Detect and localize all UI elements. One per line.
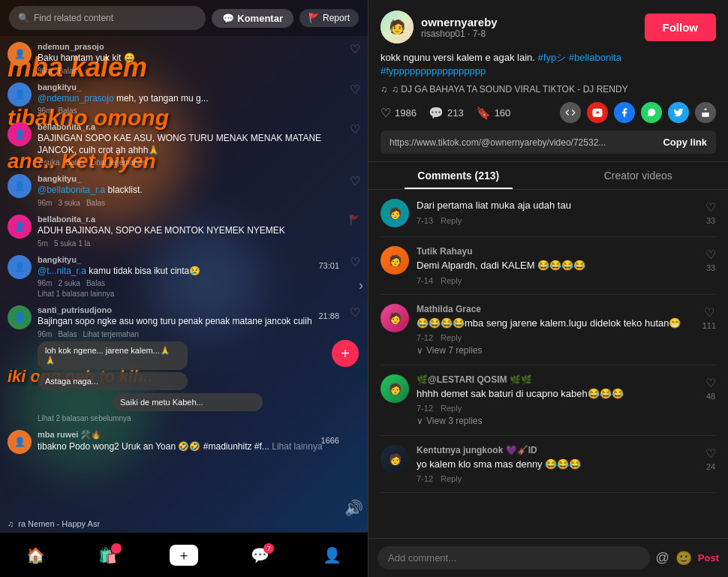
code-share-button[interactable]	[560, 102, 581, 123]
like-icon[interactable]: ♡	[350, 174, 360, 188]
comment-body: Dari pertama liat muka aja udah tau 7-13…	[417, 199, 716, 227]
timestamp: 1666	[321, 436, 339, 445]
link-row: https://www.tiktok.com/@ownernyareby/vid…	[381, 131, 716, 154]
comment-username: ndemun_prasojo	[38, 42, 347, 51]
heart-icon: ♡	[705, 200, 716, 215]
user-details: ownernyareby risashop01 · 7-8	[421, 16, 498, 39]
view-replies[interactable]: ∨View 3 replies	[417, 416, 716, 426]
like-area[interactable]: ♡ 48	[705, 376, 716, 401]
avatar: 👤	[8, 305, 32, 329]
whatsapp-share-button[interactable]	[641, 102, 662, 123]
comment-text: BAJINGAN SOPO KAE ASU, WONG TURU MENAK M…	[38, 133, 347, 156]
comment-username: bellabonita_r.a	[38, 122, 347, 131]
comment-text: yo kalem klo sma mas denny 😂😂😂	[417, 458, 716, 471]
comment-text: hhhh demet sak baturi di ucapno kabeh😂😂😂	[417, 387, 716, 401]
right-comment: 🧑 Dari pertama liat muka aja udah tau 7-…	[381, 190, 716, 237]
comments-overlay[interactable]: 👤 ndemun_prasojo Baku hamtam yuk kit 😄 9…	[0, 36, 368, 532]
avatar: 👤	[8, 174, 32, 198]
scroll-arrow[interactable]: ›	[359, 278, 363, 293]
like-icon[interactable]: ♡	[350, 255, 360, 269]
follow-button[interactable]: Follow	[645, 14, 717, 41]
view-replies[interactable]: Lihat 1 balasan lainnya	[38, 290, 347, 298]
like-count: 48	[706, 392, 715, 401]
top-bar: 🔍 Find related content 💬 Komentar 🚩 Repo…	[0, 0, 368, 36]
likes-stat[interactable]: ♡ 1986	[381, 106, 417, 120]
user-sub: risashop01 · 7-8	[421, 29, 498, 39]
comments-count: 213	[447, 107, 464, 119]
comment-meta: 96mBalasLihat terjemahan	[38, 330, 347, 338]
speaker-icon[interactable]: 🔊	[344, 499, 363, 517]
komentar-button[interactable]: 💬 Komentar	[212, 9, 293, 28]
comment-text: tibakno Podo wong2 Uruk an Yoan 🤣🤣 #madi…	[38, 441, 360, 453]
comment-username: bangkityu_	[38, 83, 347, 92]
nav-profile[interactable]: 👤	[323, 546, 341, 564]
share-icons	[560, 102, 716, 123]
facebook-share-button[interactable]	[614, 102, 635, 123]
bottom-nav: 🏠 🛍️ ＋ 💬 7 👤	[0, 532, 368, 577]
comment-text: Bajingan sopo ngke asu wong turu penak p…	[38, 316, 347, 328]
avatar: 🧑	[381, 445, 409, 473]
nav-home[interactable]: 🏠	[26, 546, 45, 564]
twitter-share-button[interactable]	[668, 102, 689, 123]
comment-body: bangkityu_ @t...nita_r.a kamu tidak bisa…	[38, 255, 347, 299]
comments-stat[interactable]: 💬 213	[429, 106, 464, 120]
comment-body: ndemun_prasojo Baku hamtam yuk kit 😄 96m…	[38, 42, 347, 75]
comment-input[interactable]	[378, 546, 650, 569]
comments-list[interactable]: 🧑 Dari pertama liat muka aja udah tau 7-…	[369, 190, 728, 538]
nav-shop[interactable]: 🛍️	[98, 546, 117, 564]
see-more[interactable]: Lihat lainnya	[272, 441, 322, 452]
like-count: 24	[706, 462, 715, 471]
comment-item: 👤 bangkityu_ @ndemun_prasojo meh, yo tan…	[8, 83, 360, 116]
avatar: 👤	[8, 215, 32, 239]
username: ownernyareby	[421, 16, 498, 29]
comment-item: 👤 santi_putrisudjono Bajingan sopo ngke …	[8, 305, 360, 422]
report-button[interactable]: 🚩 Report	[299, 9, 359, 27]
like-area[interactable]: ♡ 24	[705, 446, 716, 471]
right-comment: 🧑 Tutik Rahayu Demi Alpardh, dadi KALEM …	[381, 237, 716, 294]
comment-meta: 96m3 sukaBalas	[38, 199, 347, 207]
link-text: https://www.tiktok.com/@ownernyareby/vid…	[390, 137, 655, 148]
view-replies[interactable]: Lihat 2 balasan sebelumnya	[38, 414, 131, 422]
emoji-icon[interactable]: 🙂	[675, 550, 692, 566]
comment-username: bangkityu_	[38, 174, 347, 183]
tab-creator-videos[interactable]: Creator videos	[549, 162, 729, 189]
like-area[interactable]: ♡ 111	[702, 305, 716, 330]
right-comment: 🧑 🌿@LESTARI QOSIM 🌿🌿 hhhh demet sak batu…	[381, 365, 716, 436]
add-button[interactable]: +	[332, 340, 359, 367]
comment-item: 👤 ndemun_prasojo Baku hamtam yuk kit 😄 9…	[8, 42, 360, 75]
search-bar[interactable]: 🔍 Find related content	[9, 6, 206, 30]
comment-username: santi_putrisudjono	[38, 305, 347, 314]
flag-icon[interactable]: 🚩	[349, 215, 360, 225]
like-icon[interactable]: ♡	[350, 122, 360, 137]
comment-text: Baku hamtam yuk kit 😄	[38, 53, 347, 65]
copy-link-button[interactable]: Copy link	[663, 137, 707, 148]
comment-item: 👤 bangkityu_ @t...nita_r.a kamu tidak bi…	[8, 255, 360, 299]
like-area[interactable]: ♡ 33	[705, 248, 716, 272]
bookmarks-stat[interactable]: 🔖 160	[476, 106, 511, 120]
like-icon[interactable]: ♡	[350, 42, 360, 56]
nav-messages[interactable]: 💬 7	[251, 546, 269, 564]
tab-comments[interactable]: Comments (213)	[369, 162, 549, 189]
like-icon[interactable]: ♡	[350, 305, 360, 320]
comment-username: bellabonita_r.a	[38, 215, 349, 224]
post-button[interactable]: Post	[698, 552, 719, 563]
comment-meta: 96mBalas	[38, 107, 347, 115]
like-area[interactable]: ♡ 33	[705, 200, 716, 225]
shop-badge	[111, 543, 122, 554]
like-icon[interactable]: ♡	[350, 83, 360, 97]
youtube-share-button[interactable]	[587, 102, 608, 123]
at-icon[interactable]: @	[656, 550, 669, 566]
comment-icon: 💬	[429, 106, 444, 120]
comment-body: bangkityu_ @bellabonita_r.a blacklist. 9…	[38, 174, 347, 207]
tabs-row: Comments (213) Creator videos	[369, 162, 728, 190]
avatar: 👤	[8, 42, 32, 66]
nav-create[interactable]: ＋	[170, 545, 198, 566]
view-replies[interactable]: ∨View 7 replies	[417, 345, 716, 356]
comment-username: Kentutnya jungkook 💜🎸ID	[417, 445, 716, 455]
comment-text: ADUH BAJINGAN, SOPO KAE MONTOK NYEMEK NY…	[38, 225, 349, 237]
comment-body: mba ruwei 🛠️🔥 tibakno Podo wong2 Uruk an…	[38, 430, 360, 453]
likes-count: 1986	[395, 107, 417, 119]
chat-bubble: Astaga naga...	[38, 372, 188, 390]
more-share-button[interactable]	[695, 102, 716, 123]
comment-body: 🌿@LESTARI QOSIM 🌿🌿 hhhh demet sak baturi…	[417, 374, 716, 426]
